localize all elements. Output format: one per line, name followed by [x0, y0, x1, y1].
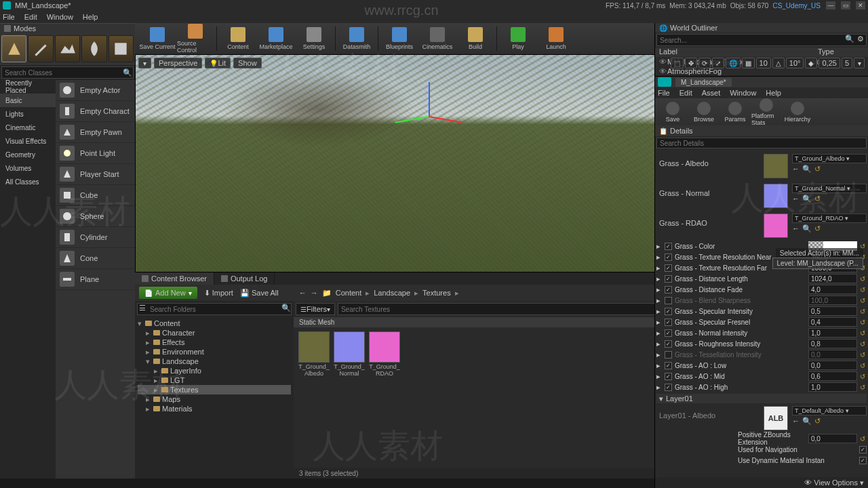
use-selected-icon[interactable]: ← — [792, 417, 800, 426]
datasmith-button[interactable]: Datasmith — [338, 24, 375, 54]
expand-arrow-icon[interactable]: ▸ — [656, 285, 662, 294]
launch-button[interactable]: Launch — [538, 24, 574, 54]
param-checkbox[interactable] — [665, 373, 672, 380]
texture-preview[interactable] — [764, 214, 788, 238]
col-label[interactable]: Label — [655, 47, 814, 57]
details-body[interactable]: Grass - AlbedoT_Ground_Albedo ▾←🔍↺Grass … — [655, 150, 868, 477]
browse-icon[interactable]: 🔍 — [802, 165, 812, 174]
use-selected-icon[interactable]: ← — [792, 224, 800, 233]
settings-button[interactable]: Settings — [296, 24, 332, 54]
param-checkbox[interactable] — [665, 351, 672, 359]
lit-button[interactable]: 💡Lit — [205, 58, 231, 68]
src-button[interactable]: Source Control — [177, 24, 214, 54]
gizmo-z-axis[interactable] — [429, 82, 430, 116]
bp-button[interactable]: Blueprints — [381, 24, 418, 54]
mat-menu-help[interactable]: Help — [766, 89, 781, 97]
market-button[interactable]: Marketplace — [258, 24, 294, 54]
cb-search-input[interactable] — [147, 304, 281, 314]
param-checkbox[interactable] — [665, 319, 672, 326]
reset-icon[interactable]: ↺ — [860, 373, 867, 380]
texture-name-dropdown[interactable]: T_Ground_Normal ▾ — [792, 184, 867, 193]
maximize-viewport[interactable]: ▾ — [854, 58, 865, 68]
tree-lgt[interactable]: ▸LGT — [138, 375, 291, 385]
mode-place[interactable] — [1, 35, 26, 62]
tree-content[interactable]: ▾Content — [138, 319, 291, 328]
param-checkbox[interactable] — [859, 446, 867, 453]
actor-empty-actor[interactable]: Empty Actor — [56, 80, 135, 101]
surface-snap[interactable]: ▦ — [742, 58, 755, 68]
filter-icon[interactable]: ☰ — [138, 304, 147, 314]
use-selected-icon[interactable]: ← — [792, 165, 800, 174]
details-search-input[interactable] — [657, 138, 866, 148]
reset-icon[interactable]: ↺ — [860, 329, 867, 337]
reset-icon[interactable]: ↺ — [860, 319, 867, 326]
expand-arrow-icon[interactable]: ▸ — [656, 383, 662, 392]
expand-arrow-icon[interactable]: ▸ — [656, 296, 662, 305]
content-button[interactable]: Content — [220, 24, 256, 54]
param-checkbox[interactable] — [665, 297, 672, 304]
param-value[interactable]: 4,0 — [808, 285, 857, 294]
actor-plane[interactable]: Plane — [56, 269, 135, 290]
mat-params-button[interactable]: Params — [720, 102, 750, 123]
texture-name-dropdown[interactable]: T_Ground_RDAO ▾ — [792, 214, 867, 223]
tree-textures[interactable]: ▸Textures — [138, 385, 291, 394]
category-geometry[interactable]: Geometry — [0, 148, 56, 161]
save-all-button[interactable]: 💾 Save All — [240, 289, 279, 298]
param-checkbox[interactable] — [665, 275, 672, 283]
scale-snap-value[interactable]: 0,25 — [818, 58, 840, 68]
close-button[interactable]: ✕ — [856, 1, 865, 9]
tree-layerinfo[interactable]: ▸LayerInfo — [138, 366, 291, 375]
actor-empty-charact[interactable]: Empty Charact — [56, 101, 135, 122]
nav-back[interactable]: ← — [299, 289, 307, 297]
reset-icon[interactable]: ↺ — [860, 351, 867, 359]
actor-player-start[interactable]: Player Start — [56, 164, 135, 185]
reset-icon[interactable]: ↺ — [860, 384, 867, 391]
browse-icon[interactable]: 🔍 — [802, 195, 812, 203]
expand-arrow-icon[interactable]: ▸ — [656, 318, 662, 327]
param-checkbox[interactable] — [665, 308, 672, 315]
reset-icon[interactable]: ↺ — [814, 417, 821, 426]
import-button[interactable]: ⬇ Import — [204, 289, 233, 298]
expand-arrow-icon[interactable]: ▸ — [656, 329, 662, 338]
tab-content-browser[interactable]: Content Browser — [135, 272, 214, 285]
param-checkbox[interactable] — [665, 243, 672, 250]
gizmo-y-axis[interactable] — [395, 116, 429, 123]
param-value[interactable]: 0,0 — [808, 350, 857, 359]
add-new-button[interactable]: 📄 Add New ▾ — [139, 287, 197, 299]
reset-icon[interactable]: ↺ — [814, 195, 821, 203]
param-value[interactable]: 0,6 — [808, 371, 857, 381]
mode-foliage[interactable] — [81, 35, 106, 62]
crumb-landscape[interactable]: Landscape — [374, 289, 410, 297]
crumb-content[interactable]: Content — [336, 289, 362, 297]
browse-icon[interactable]: 🔍 — [802, 224, 812, 233]
tab-output-log[interactable]: Output Log — [214, 272, 275, 285]
param-value[interactable]: 1,0 — [808, 382, 857, 392]
actor-cylinder[interactable]: Cylinder — [56, 227, 135, 248]
restore-button[interactable]: ▭ — [841, 1, 850, 9]
actor-sphere[interactable]: Sphere — [56, 206, 135, 227]
param-checkbox[interactable] — [665, 384, 672, 391]
mode-paint[interactable] — [28, 35, 53, 62]
actor-point-light[interactable]: Point Light — [56, 143, 135, 164]
param-value[interactable]: 1,0 — [808, 328, 857, 338]
transform-rotate[interactable]: ⟳ — [698, 58, 711, 68]
param-checkbox[interactable] — [665, 362, 672, 369]
col-type[interactable]: Type — [814, 47, 868, 57]
menu-edit[interactable]: Edit — [24, 13, 37, 21]
actor-cone[interactable]: Cone — [56, 248, 135, 269]
mat-save-button[interactable]: Save — [658, 102, 688, 123]
param-checkbox[interactable] — [665, 253, 672, 261]
texture-name-dropdown[interactable]: T_Default_Albedo ▾ — [792, 406, 867, 415]
mat-menu-asset[interactable]: Asset — [702, 89, 721, 97]
param-value[interactable]: 100,0 — [808, 296, 857, 305]
category-cinematic[interactable]: Cinematic — [0, 121, 56, 134]
mat-menu-edit[interactable]: Edit — [679, 89, 692, 97]
minimize-button[interactable]: — — [826, 1, 835, 9]
texture-preview[interactable] — [764, 154, 788, 178]
category-recently-placed[interactable]: Recently Placed — [0, 80, 56, 94]
perspective-button[interactable]: Perspective — [154, 58, 202, 68]
reset-icon[interactable]: ↺ — [860, 275, 867, 283]
mode-landscape[interactable] — [55, 35, 80, 62]
expand-arrow-icon[interactable]: ▸ — [656, 372, 662, 381]
texture-name-dropdown[interactable]: T_Ground_Albedo ▾ — [792, 154, 867, 163]
